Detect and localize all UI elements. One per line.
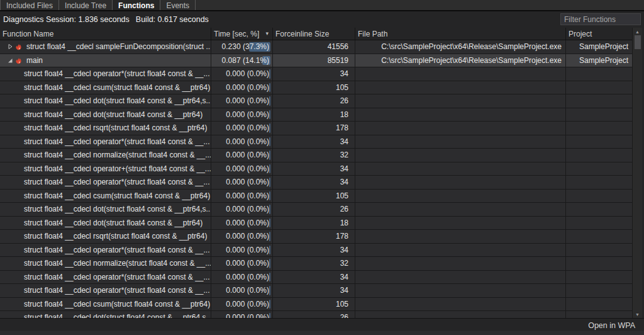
table-row[interactable]: struct float4 __cdecl rsqrt(struct float… xyxy=(0,122,632,135)
table-row[interactable]: struct float4 __cdecl operator*(struct f… xyxy=(0,176,632,190)
table-row[interactable]: struct float4 __cdecl sampleFunDecomposi… xyxy=(0,40,632,54)
file-path-cell xyxy=(355,122,566,135)
function-name-text: struct float4 __cdecl operator*(struct f… xyxy=(24,246,209,254)
forceinline-size-cell: 105 xyxy=(273,298,355,311)
column-header-forceinline-size[interactable]: Forceinline Size xyxy=(273,28,355,40)
table-row[interactable]: struct float4 __cdecl operator*(struct f… xyxy=(0,271,632,285)
forceinline-size-cell: 105 xyxy=(273,81,355,94)
function-name-cell: struct float4 __cdecl normalize(struct f… xyxy=(0,149,211,162)
function-name-cell: struct float4 __cdecl sampleFunDecomposi… xyxy=(0,40,211,54)
forceinline-size-cell: 34 xyxy=(273,284,355,297)
flame-icon xyxy=(14,56,26,65)
time-text: 0.000 (0.0%) xyxy=(226,205,269,213)
table-row[interactable]: struct float4 __cdecl csum(struct float4… xyxy=(0,298,632,312)
table-row[interactable]: struct float4 __cdecl dot(struct float4 … xyxy=(0,311,632,318)
time-percent-bar xyxy=(269,259,270,268)
file-path-cell xyxy=(355,135,566,149)
file-path-cell xyxy=(355,176,566,189)
project-cell xyxy=(566,230,632,243)
time-text: 0.230 (37.3%) xyxy=(222,42,269,51)
session-toolbar: Diagnostics Session: 1.836 seconds Build… xyxy=(0,11,644,28)
time-cell: 0.000 (0.0%) xyxy=(211,271,273,284)
expander-expanded-icon[interactable] xyxy=(5,57,14,64)
vertical-scrollbar[interactable]: ▲ ▼ xyxy=(632,28,642,318)
forceinline-size-cell: 34 xyxy=(273,135,355,149)
time-cell: 0.000 (0.0%) xyxy=(211,67,273,81)
function-name-cell: struct float4 __cdecl dot(struct float4 … xyxy=(0,203,211,216)
forceinline-size-cell: 34 xyxy=(273,67,355,81)
project-cell xyxy=(566,190,632,203)
file-path-cell xyxy=(355,271,566,284)
time-cell: 0.000 (0.0%) xyxy=(211,217,273,230)
time-percent-bar xyxy=(269,96,270,106)
scrollbar-thumb[interactable] xyxy=(635,35,641,49)
column-header-time[interactable]: Time [sec, %] ▾ xyxy=(211,28,273,40)
tab-included-files[interactable]: Included Files xyxy=(0,0,59,10)
time-cell: 0.000 (0.0%) xyxy=(211,94,273,108)
function-name-text: struct float4 __cdecl dot(struct float4 … xyxy=(24,313,211,318)
forceinline-size-cell: 178 xyxy=(273,122,355,135)
column-header-function-name[interactable]: Function Name xyxy=(0,28,211,40)
table-row[interactable]: struct float4 __cdecl normalize(struct f… xyxy=(0,257,632,271)
table-row[interactable]: struct float4 __cdecl normalize(struct f… xyxy=(0,149,632,162)
time-percent-bar xyxy=(269,83,270,93)
sort-descending-icon[interactable]: ▾ xyxy=(265,30,269,37)
function-name-text: struct float4 __cdecl csum(struct float4… xyxy=(24,191,210,200)
time-cell: 0.000 (0.0%) xyxy=(211,108,273,122)
tab-functions[interactable]: Functions xyxy=(113,0,160,10)
time-text: 0.000 (0.0%) xyxy=(226,286,269,295)
file-path-cell xyxy=(355,298,566,311)
table-row[interactable]: struct float4 __cdecl dot(struct float4 … xyxy=(0,203,632,217)
forceinline-size-cell: 18 xyxy=(273,108,355,122)
table-row[interactable]: struct float4 __cdecl operator*(struct f… xyxy=(0,135,632,149)
time-text: 0.000 (0.0%) xyxy=(226,273,269,281)
time-cell: 0.000 (0.0%) xyxy=(211,298,273,311)
table-area: Function Name Time [sec, %] ▾ Forceinlin… xyxy=(0,28,644,318)
forceinline-size-cell: 34 xyxy=(273,244,355,257)
table-row[interactable]: struct float4 __cdecl rsqrt(struct float… xyxy=(0,230,632,244)
file-path-cell xyxy=(355,108,566,122)
function-name-text: struct float4 __cdecl rsqrt(struct float… xyxy=(24,123,207,132)
table-row[interactable]: struct float4 __cdecl dot(struct float4 … xyxy=(0,94,632,108)
table-row[interactable]: struct float4 __cdecl csum(struct float4… xyxy=(0,81,632,95)
time-text: 0.000 (0.0%) xyxy=(226,191,269,200)
table-row[interactable]: struct float4 __cdecl dot(struct float4 … xyxy=(0,108,632,122)
time-text: 0.000 (0.0%) xyxy=(226,69,269,78)
function-name-text: struct float4 __cdecl csum(struct float4… xyxy=(24,83,210,92)
function-name-text: struct float4 __cdecl dot(struct float4 … xyxy=(24,219,203,227)
function-name-cell: struct float4 __cdecl dot(struct float4 … xyxy=(0,94,211,108)
scroll-down-icon[interactable]: ▼ xyxy=(633,310,642,318)
tab-include-tree[interactable]: Include Tree xyxy=(59,0,113,10)
project-cell xyxy=(566,217,632,230)
forceinline-size-cell: 34 xyxy=(273,162,355,176)
time-cell: 0.000 (0.0%) xyxy=(211,135,273,149)
scroll-up-icon[interactable]: ▲ xyxy=(633,28,642,35)
column-header-time-label: Time [sec, %] xyxy=(214,30,259,38)
filter-functions-input[interactable] xyxy=(560,13,641,25)
file-path-cell xyxy=(355,203,566,216)
table-row[interactable]: struct float4 __cdecl dot(struct float4 … xyxy=(0,217,632,230)
table-row[interactable]: struct float4 __cdecl csum(struct float4… xyxy=(0,190,632,203)
time-cell: 0.000 (0.0%) xyxy=(211,257,273,270)
open-in-wpa-link[interactable]: Open in WPA xyxy=(588,321,635,330)
project-cell xyxy=(566,176,632,189)
column-header-project[interactable]: Project xyxy=(566,28,632,40)
function-name-cell: struct float4 __cdecl normalize(struct f… xyxy=(0,257,211,270)
table-row[interactable]: struct float4 __cdecl operator*(struct f… xyxy=(0,67,632,81)
tab-events[interactable]: Events xyxy=(160,0,196,10)
column-header-file-path[interactable]: File Path xyxy=(355,28,566,40)
table-row[interactable]: struct float4 __cdecl operator+(struct f… xyxy=(0,162,632,176)
time-cell: 0.000 (0.0%) xyxy=(211,244,273,257)
table-row[interactable]: struct float4 __cdecl operator*(struct f… xyxy=(0,284,632,298)
file-path-cell xyxy=(355,284,566,297)
file-path-cell xyxy=(355,190,566,203)
time-text: 0.087 (14.1%) xyxy=(222,56,269,65)
horizontal-scrollbar[interactable] xyxy=(0,331,644,335)
function-name-cell: struct float4 __cdecl operator+(struct f… xyxy=(0,162,211,176)
forceinline-size-cell: 32 xyxy=(273,149,355,162)
table-row[interactable]: main 0.087 (14.1%) 85519 C:\src\SamplePr… xyxy=(0,54,632,68)
forceinline-size-cell: 26 xyxy=(273,94,355,108)
table-row[interactable]: struct float4 __cdecl operator*(struct f… xyxy=(0,244,632,258)
time-cell: 0.000 (0.0%) xyxy=(211,122,273,135)
expander-collapsed-icon[interactable] xyxy=(5,43,14,50)
